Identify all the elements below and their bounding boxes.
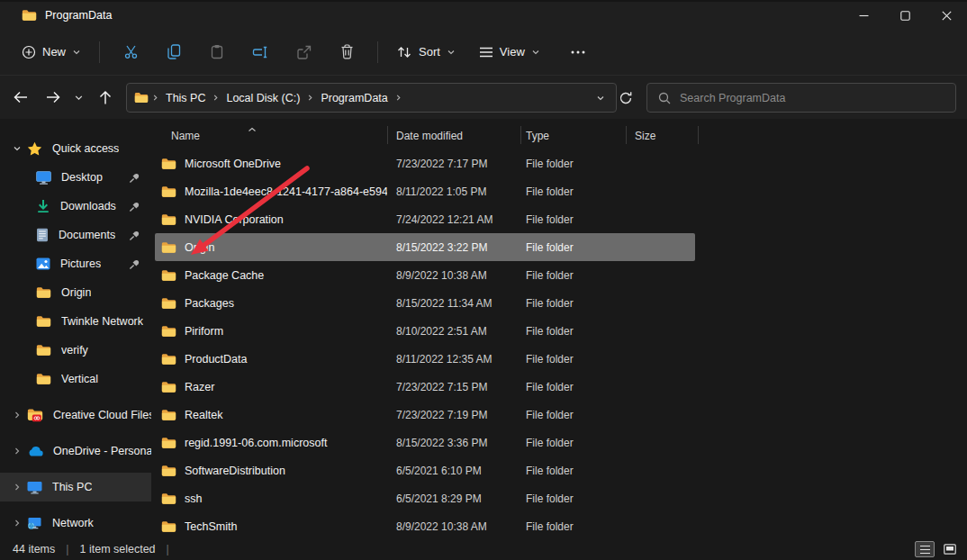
file-row-razer[interactable]: Razer7/23/2022 7:15 PMFile folder xyxy=(155,373,695,401)
chevron-right-icon[interactable] xyxy=(7,447,27,456)
column-header-size[interactable]: Size xyxy=(626,130,698,149)
file-name: Package Cache xyxy=(185,269,264,282)
address-bar[interactable]: This PCLocal Disk (C:)ProgramData xyxy=(126,83,617,113)
file-name: Microsoft OneDrive xyxy=(185,158,281,170)
file-row-microsoft-onedrive[interactable]: Microsoft OneDrive7/23/2022 7:17 PMFile … xyxy=(155,149,695,177)
sidebar-item-label: OneDrive - Personal xyxy=(53,445,151,457)
sidebar-item-label: Quick access xyxy=(52,142,119,155)
sidebar-item-twinkle-network[interactable]: Twinkle Network xyxy=(0,307,151,336)
minimize-button[interactable] xyxy=(843,2,884,29)
column-resize-handle[interactable] xyxy=(520,126,521,144)
close-button[interactable] xyxy=(926,2,967,29)
paste-button[interactable] xyxy=(195,36,239,68)
back-button[interactable] xyxy=(7,83,34,112)
file-date-modified: 8/9/2022 10:38 AM xyxy=(387,520,520,533)
file-date-modified: 8/11/2022 1:05 PM xyxy=(387,185,520,198)
breadcrumb-segment-programdata[interactable]: ProgramData xyxy=(317,90,391,106)
breadcrumb-chevron-icon[interactable] xyxy=(303,94,317,102)
breadcrumb-chevron-icon[interactable] xyxy=(149,94,162,102)
breadcrumb-chevron-icon[interactable] xyxy=(392,94,405,102)
refresh-button[interactable] xyxy=(614,86,637,110)
toolbar-divider xyxy=(377,41,378,63)
view-button[interactable]: View xyxy=(470,36,549,68)
column-header-type[interactable]: Type xyxy=(520,130,626,149)
share-button[interactable] xyxy=(282,36,325,68)
file-date-modified: 6/5/2021 6:10 PM xyxy=(387,465,520,477)
breadcrumb-chevron-icon[interactable] xyxy=(209,94,222,102)
search-box xyxy=(646,83,956,113)
file-row-ssh[interactable]: ssh6/5/2021 8:29 PMFile folder xyxy=(155,484,695,512)
file-type: File folder xyxy=(520,520,626,533)
file-name: Mozilla-1de4eec8-1241-4177-a864-e594e... xyxy=(185,185,387,198)
sidebar-item-desktop[interactable]: Desktop xyxy=(0,163,151,192)
column-resize-handle[interactable] xyxy=(387,126,388,144)
cut-button[interactable] xyxy=(109,36,152,68)
sidebar-item-onedrive-personal[interactable]: OneDrive - Personal xyxy=(0,437,151,465)
column-resize-handle[interactable] xyxy=(626,126,627,144)
chevron-down-icon xyxy=(72,48,81,57)
breadcrumb-segment-this-pc[interactable]: This PC xyxy=(162,90,209,106)
copy-button[interactable] xyxy=(152,36,195,68)
chevron-right-icon[interactable] xyxy=(7,483,27,492)
file-row-nvidia-corporation[interactable]: NVIDIA Corporation7/24/2022 12:21 AMFile… xyxy=(155,205,695,233)
creative-cloud-icon xyxy=(27,408,43,422)
sidebar-item-this-pc[interactable]: This PC xyxy=(0,473,151,501)
sidebar-item-downloads[interactable]: Downloads xyxy=(0,192,151,221)
sidebar-item-network[interactable]: Network xyxy=(0,509,151,537)
copy-icon xyxy=(167,44,181,59)
sidebar-item-label: verify xyxy=(61,344,88,357)
file-date-modified: 7/23/2022 7:17 PM xyxy=(387,158,520,170)
more-options-button[interactable] xyxy=(556,36,600,68)
sidebar-item-quick-access[interactable]: Quick access xyxy=(0,134,151,163)
ellipsis-icon xyxy=(571,50,585,54)
column-resize-handle[interactable] xyxy=(698,126,699,144)
file-name: Piriform xyxy=(185,325,223,338)
sort-button[interactable]: Sort xyxy=(387,36,465,68)
file-type: File folder xyxy=(520,437,626,449)
file-row-regid-1991-06-com-microsoft[interactable]: regid.1991-06.com.microsoft8/15/2022 3:3… xyxy=(155,429,695,456)
file-row-softwaredistribution[interactable]: SoftwareDistribution6/5/2021 6:10 PMFile… xyxy=(155,456,695,484)
folder-icon xyxy=(161,381,176,393)
sidebar-item-label: Documents xyxy=(59,229,115,241)
file-row-productdata[interactable]: ProductData8/11/2022 12:35 AMFile folder xyxy=(155,345,695,373)
file-row-realtek[interactable]: Realtek7/23/2022 7:19 PMFile folder xyxy=(155,401,695,429)
recent-locations-button[interactable] xyxy=(68,83,88,112)
search-input[interactable] xyxy=(680,92,944,104)
plus-circle-icon xyxy=(22,45,36,59)
sidebar-item-label: Downloads xyxy=(60,200,116,212)
file-row-piriform[interactable]: Piriform8/10/2022 2:51 AMFile folder xyxy=(155,317,695,345)
new-button-label: New xyxy=(42,45,66,59)
chevron-right-icon[interactable] xyxy=(7,411,27,420)
sidebar-item-creative-cloud-files[interactable]: Creative Cloud Files xyxy=(0,401,151,429)
file-row-packages[interactable]: Packages8/15/2022 11:34 AMFile folder xyxy=(155,289,695,317)
folder-icon xyxy=(161,241,176,254)
column-header-name[interactable]: Name xyxy=(151,130,387,149)
file-row-package-cache[interactable]: Package Cache8/9/2022 10:38 AMFile folde… xyxy=(155,261,695,289)
new-button[interactable]: New xyxy=(13,36,90,68)
address-dropdown-chevron-icon[interactable] xyxy=(592,90,609,106)
breadcrumb-segment-local-disk-c[interactable]: Local Disk (C:) xyxy=(222,90,303,106)
file-date-modified: 6/5/2021 8:29 PM xyxy=(387,492,520,505)
sidebar-item-origin[interactable]: Origin xyxy=(0,278,151,307)
chevron-down-icon[interactable] xyxy=(7,144,27,153)
large-thumbnails-view-toggle[interactable] xyxy=(940,541,960,557)
file-type: File folder xyxy=(520,492,626,505)
maximize-button[interactable] xyxy=(884,2,926,29)
chevron-right-icon[interactable] xyxy=(7,519,27,528)
pin-icon xyxy=(129,172,140,184)
sidebar-item-vertical[interactable]: Vertical xyxy=(0,365,151,393)
column-header-date-modified[interactable]: Date modified xyxy=(387,130,520,149)
up-button[interactable] xyxy=(92,83,119,112)
rename-button[interactable] xyxy=(239,36,282,68)
forward-button[interactable] xyxy=(40,83,67,112)
file-row-origin[interactable]: Origin8/15/2022 3:22 PMFile folder xyxy=(155,233,695,261)
details-view-toggle[interactable] xyxy=(915,541,935,557)
delete-button[interactable] xyxy=(325,36,368,68)
sidebar-item-verify[interactable]: verify xyxy=(0,336,151,365)
status-divider: | xyxy=(167,543,169,555)
file-list: Microsoft OneDrive7/23/2022 7:17 PMFile … xyxy=(151,149,967,538)
sidebar-item-documents[interactable]: Documents xyxy=(0,221,151,249)
file-row-mozilla-1de4eec8-1241-4177-a864-e594e[interactable]: Mozilla-1de4eec8-1241-4177-a864-e594e...… xyxy=(155,177,695,205)
sidebar-item-pictures[interactable]: Pictures xyxy=(0,249,151,278)
file-row-techsmith[interactable]: TechSmith8/9/2022 10:38 AMFile folder xyxy=(155,512,695,538)
